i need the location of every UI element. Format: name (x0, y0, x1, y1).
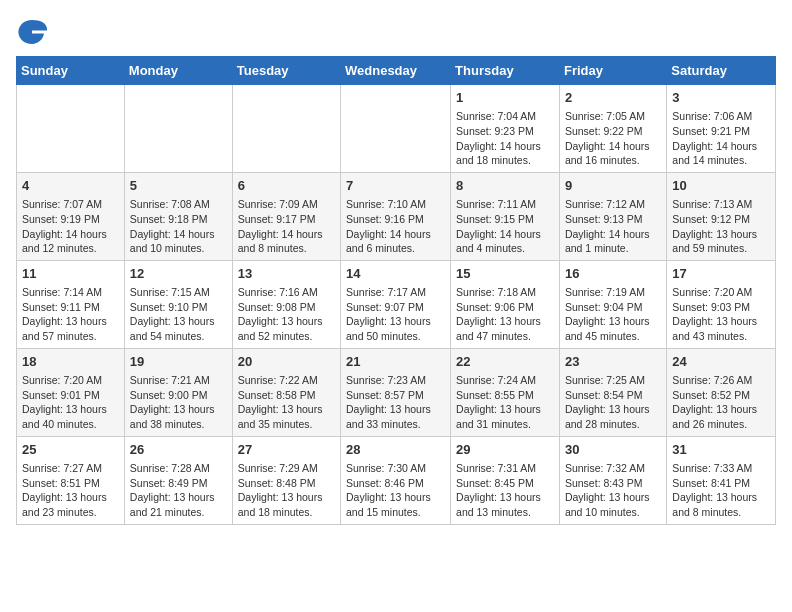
day-number: 26 (130, 441, 227, 459)
day-info: Sunrise: 7:32 AM Sunset: 8:43 PM Dayligh… (565, 461, 661, 520)
day-number: 25 (22, 441, 119, 459)
calendar-weekday-monday: Monday (124, 57, 232, 85)
day-number: 5 (130, 177, 227, 195)
day-number: 18 (22, 353, 119, 371)
day-info: Sunrise: 7:04 AM Sunset: 9:23 PM Dayligh… (456, 109, 554, 168)
calendar-weekday-saturday: Saturday (667, 57, 776, 85)
day-number: 22 (456, 353, 554, 371)
day-info: Sunrise: 7:10 AM Sunset: 9:16 PM Dayligh… (346, 197, 445, 256)
calendar-day-cell: 26Sunrise: 7:28 AM Sunset: 8:49 PM Dayli… (124, 436, 232, 524)
day-info: Sunrise: 7:13 AM Sunset: 9:12 PM Dayligh… (672, 197, 770, 256)
calendar-day-cell: 3Sunrise: 7:06 AM Sunset: 9:21 PM Daylig… (667, 85, 776, 173)
day-number: 23 (565, 353, 661, 371)
calendar-week-row: 4Sunrise: 7:07 AM Sunset: 9:19 PM Daylig… (17, 172, 776, 260)
calendar-weekday-friday: Friday (559, 57, 666, 85)
day-info: Sunrise: 7:16 AM Sunset: 9:08 PM Dayligh… (238, 285, 335, 344)
calendar-day-cell: 12Sunrise: 7:15 AM Sunset: 9:10 PM Dayli… (124, 260, 232, 348)
calendar-day-cell: 29Sunrise: 7:31 AM Sunset: 8:45 PM Dayli… (451, 436, 560, 524)
calendar-day-cell: 5Sunrise: 7:08 AM Sunset: 9:18 PM Daylig… (124, 172, 232, 260)
calendar-day-cell: 6Sunrise: 7:09 AM Sunset: 9:17 PM Daylig… (232, 172, 340, 260)
page-header (16, 16, 776, 48)
day-info: Sunrise: 7:07 AM Sunset: 9:19 PM Dayligh… (22, 197, 119, 256)
day-number: 13 (238, 265, 335, 283)
calendar-day-cell: 19Sunrise: 7:21 AM Sunset: 9:00 PM Dayli… (124, 348, 232, 436)
calendar-day-cell (124, 85, 232, 173)
day-number: 4 (22, 177, 119, 195)
calendar-day-cell: 27Sunrise: 7:29 AM Sunset: 8:48 PM Dayli… (232, 436, 340, 524)
calendar-week-row: 25Sunrise: 7:27 AM Sunset: 8:51 PM Dayli… (17, 436, 776, 524)
calendar-day-cell: 30Sunrise: 7:32 AM Sunset: 8:43 PM Dayli… (559, 436, 666, 524)
day-info: Sunrise: 7:23 AM Sunset: 8:57 PM Dayligh… (346, 373, 445, 432)
day-number: 21 (346, 353, 445, 371)
calendar-day-cell: 15Sunrise: 7:18 AM Sunset: 9:06 PM Dayli… (451, 260, 560, 348)
day-info: Sunrise: 7:29 AM Sunset: 8:48 PM Dayligh… (238, 461, 335, 520)
day-info: Sunrise: 7:05 AM Sunset: 9:22 PM Dayligh… (565, 109, 661, 168)
day-number: 27 (238, 441, 335, 459)
calendar-day-cell: 9Sunrise: 7:12 AM Sunset: 9:13 PM Daylig… (559, 172, 666, 260)
day-number: 10 (672, 177, 770, 195)
calendar-day-cell: 14Sunrise: 7:17 AM Sunset: 9:07 PM Dayli… (341, 260, 451, 348)
day-number: 7 (346, 177, 445, 195)
calendar-week-row: 1Sunrise: 7:04 AM Sunset: 9:23 PM Daylig… (17, 85, 776, 173)
calendar-weekday-wednesday: Wednesday (341, 57, 451, 85)
day-info: Sunrise: 7:22 AM Sunset: 8:58 PM Dayligh… (238, 373, 335, 432)
day-info: Sunrise: 7:17 AM Sunset: 9:07 PM Dayligh… (346, 285, 445, 344)
calendar-day-cell: 17Sunrise: 7:20 AM Sunset: 9:03 PM Dayli… (667, 260, 776, 348)
day-info: Sunrise: 7:19 AM Sunset: 9:04 PM Dayligh… (565, 285, 661, 344)
calendar-day-cell: 22Sunrise: 7:24 AM Sunset: 8:55 PM Dayli… (451, 348, 560, 436)
calendar-header-row: SundayMondayTuesdayWednesdayThursdayFrid… (17, 57, 776, 85)
logo (16, 16, 52, 48)
calendar-day-cell: 31Sunrise: 7:33 AM Sunset: 8:41 PM Dayli… (667, 436, 776, 524)
calendar-day-cell (17, 85, 125, 173)
day-number: 31 (672, 441, 770, 459)
day-number: 28 (346, 441, 445, 459)
day-number: 14 (346, 265, 445, 283)
calendar-weekday-tuesday: Tuesday (232, 57, 340, 85)
calendar-day-cell (341, 85, 451, 173)
day-info: Sunrise: 7:06 AM Sunset: 9:21 PM Dayligh… (672, 109, 770, 168)
day-number: 24 (672, 353, 770, 371)
day-number: 1 (456, 89, 554, 107)
day-info: Sunrise: 7:18 AM Sunset: 9:06 PM Dayligh… (456, 285, 554, 344)
day-info: Sunrise: 7:11 AM Sunset: 9:15 PM Dayligh… (456, 197, 554, 256)
day-number: 9 (565, 177, 661, 195)
day-number: 3 (672, 89, 770, 107)
day-number: 15 (456, 265, 554, 283)
day-info: Sunrise: 7:28 AM Sunset: 8:49 PM Dayligh… (130, 461, 227, 520)
day-info: Sunrise: 7:15 AM Sunset: 9:10 PM Dayligh… (130, 285, 227, 344)
day-info: Sunrise: 7:33 AM Sunset: 8:41 PM Dayligh… (672, 461, 770, 520)
day-info: Sunrise: 7:25 AM Sunset: 8:54 PM Dayligh… (565, 373, 661, 432)
day-number: 30 (565, 441, 661, 459)
calendar-day-cell: 7Sunrise: 7:10 AM Sunset: 9:16 PM Daylig… (341, 172, 451, 260)
calendar-day-cell: 8Sunrise: 7:11 AM Sunset: 9:15 PM Daylig… (451, 172, 560, 260)
day-number: 11 (22, 265, 119, 283)
day-number: 12 (130, 265, 227, 283)
day-info: Sunrise: 7:30 AM Sunset: 8:46 PM Dayligh… (346, 461, 445, 520)
calendar-day-cell: 4Sunrise: 7:07 AM Sunset: 9:19 PM Daylig… (17, 172, 125, 260)
calendar-day-cell: 13Sunrise: 7:16 AM Sunset: 9:08 PM Dayli… (232, 260, 340, 348)
day-info: Sunrise: 7:14 AM Sunset: 9:11 PM Dayligh… (22, 285, 119, 344)
calendar-weekday-thursday: Thursday (451, 57, 560, 85)
day-number: 20 (238, 353, 335, 371)
calendar-day-cell: 20Sunrise: 7:22 AM Sunset: 8:58 PM Dayli… (232, 348, 340, 436)
day-info: Sunrise: 7:21 AM Sunset: 9:00 PM Dayligh… (130, 373, 227, 432)
day-number: 6 (238, 177, 335, 195)
calendar-day-cell: 16Sunrise: 7:19 AM Sunset: 9:04 PM Dayli… (559, 260, 666, 348)
day-info: Sunrise: 7:08 AM Sunset: 9:18 PM Dayligh… (130, 197, 227, 256)
calendar-day-cell: 24Sunrise: 7:26 AM Sunset: 8:52 PM Dayli… (667, 348, 776, 436)
day-info: Sunrise: 7:12 AM Sunset: 9:13 PM Dayligh… (565, 197, 661, 256)
calendar-day-cell (232, 85, 340, 173)
calendar-day-cell: 28Sunrise: 7:30 AM Sunset: 8:46 PM Dayli… (341, 436, 451, 524)
calendar-week-row: 11Sunrise: 7:14 AM Sunset: 9:11 PM Dayli… (17, 260, 776, 348)
calendar-day-cell: 2Sunrise: 7:05 AM Sunset: 9:22 PM Daylig… (559, 85, 666, 173)
day-info: Sunrise: 7:20 AM Sunset: 9:01 PM Dayligh… (22, 373, 119, 432)
calendar-day-cell: 25Sunrise: 7:27 AM Sunset: 8:51 PM Dayli… (17, 436, 125, 524)
calendar-weekday-sunday: Sunday (17, 57, 125, 85)
calendar-day-cell: 23Sunrise: 7:25 AM Sunset: 8:54 PM Dayli… (559, 348, 666, 436)
day-number: 2 (565, 89, 661, 107)
calendar-table: SundayMondayTuesdayWednesdayThursdayFrid… (16, 56, 776, 525)
day-number: 16 (565, 265, 661, 283)
day-info: Sunrise: 7:09 AM Sunset: 9:17 PM Dayligh… (238, 197, 335, 256)
logo-icon (16, 16, 48, 48)
day-number: 17 (672, 265, 770, 283)
